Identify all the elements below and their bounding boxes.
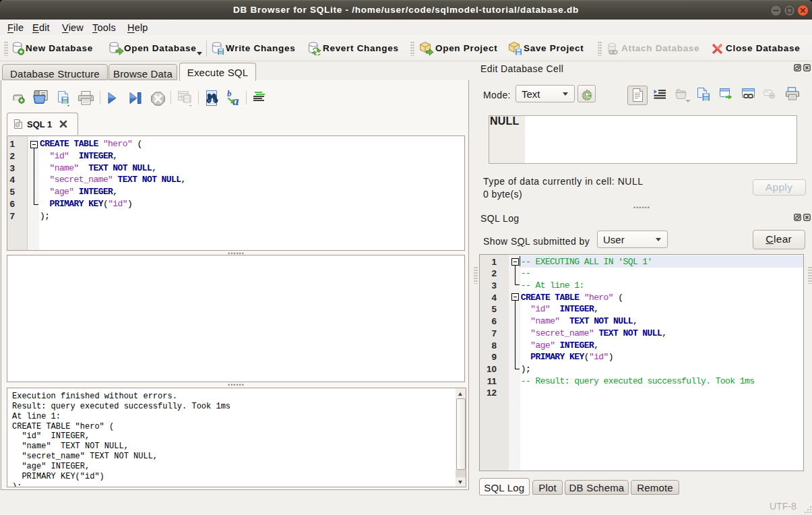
svg-text:b: b	[227, 89, 232, 98]
